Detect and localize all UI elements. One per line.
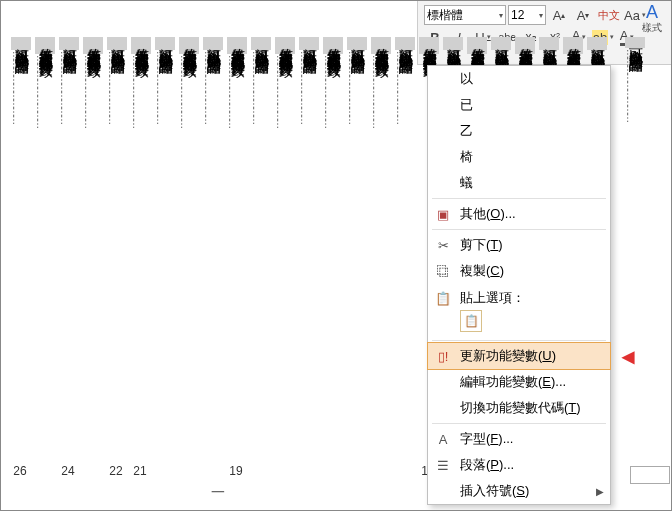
menu-cut[interactable]: ✂ 剪下(T) [428, 232, 610, 258]
copy-icon: ⿻ [434, 264, 452, 279]
page-number [179, 464, 197, 478]
ime-candidate[interactable]: 蟻 [428, 170, 610, 196]
text-box-placeholder[interactable] [630, 466, 670, 484]
text-column[interactable]: 佈景主題和樣式也有助於保持文件一致……………………… [35, 37, 53, 128]
scissors-icon: ✂ [434, 238, 452, 253]
text-column[interactable]: 視訊可以充分協助您證明論點……………………… [347, 37, 365, 128]
page-number: 19 [227, 464, 245, 478]
page-number [251, 464, 269, 478]
ime-candidate[interactable]: 已 [428, 92, 610, 118]
text-column[interactable]: 可以充分協助您證明論點……………………… [625, 37, 643, 128]
page-number [371, 464, 389, 478]
page-number: 22 [107, 464, 125, 478]
menu-separator [432, 229, 606, 230]
page-number [275, 464, 293, 478]
text-column[interactable]: 佈景主題和樣式也有助於保持文件一致……………………… [83, 37, 101, 128]
menu-separator [432, 340, 606, 341]
menu-separator [432, 423, 606, 424]
menu-update-field[interactable]: ▯! 更新功能變數(U) ◀ [427, 342, 611, 370]
ime-candidate[interactable]: 椅 [428, 144, 610, 170]
page-number [203, 464, 221, 478]
menu-toggle-field-codes[interactable]: 切換功能變數代碼(T) [428, 395, 610, 421]
red-arrow-annotation: ◀ [622, 347, 634, 366]
page-number [347, 464, 365, 478]
text-column[interactable]: 佈景主題和樣式也有助於保持文件一致……………………… [323, 37, 341, 128]
context-menu: 以 已 乙 椅 蟻 ▣ 其他(O)... ✂ 剪下(T) ⿻ 複製(C) 📋 貼… [427, 65, 611, 505]
menu-insert-symbol[interactable]: 插入符號(S) ▶ [428, 478, 610, 504]
menu-edit-field[interactable]: 編輯功能變數(E)... [428, 369, 610, 395]
text-column[interactable]: 佈景主題和樣式也有助於保持文件一致……………………… [275, 37, 293, 128]
page-number: 26 [11, 464, 29, 478]
text-column[interactable]: 視訊可以充分協助您證明論點……………………… [395, 37, 413, 128]
text-column[interactable]: 佈景主題和樣式也有助於保持文件一致……………………… [179, 37, 197, 128]
menu-separator [432, 198, 606, 199]
text-column[interactable]: 視訊可以充分協助您證明論點……………………… [251, 37, 269, 128]
page-number: 21 [131, 464, 149, 478]
text-column[interactable]: 佈景主題和樣式也有助於保持文件一致……………………… [131, 37, 149, 128]
page-number [155, 464, 173, 478]
text-column[interactable]: 視訊可以充分協助您證明論點……………………… [203, 37, 221, 128]
paragraph-icon: ☰ [434, 458, 452, 473]
clipboard-icon: 📋 [434, 291, 452, 306]
book-icon: ▣ [434, 207, 452, 222]
submenu-arrow-icon: ▶ [596, 486, 604, 497]
update-field-icon: ▯! [434, 349, 452, 364]
font-icon: A [434, 432, 452, 447]
menu-other[interactable]: ▣ 其他(O)... [428, 201, 610, 227]
text-column[interactable]: 視訊可以充分協助您證明論點……………………… [11, 37, 29, 128]
paste-options: 📋 [428, 308, 610, 338]
page-number [395, 464, 413, 478]
page-number [323, 464, 341, 478]
text-column[interactable]: 佈景主題和樣式也有助於保持文件一致……………………… [227, 37, 245, 128]
menu-paste-label: 📋 貼上選項： [428, 284, 610, 308]
menu-paragraph[interactable]: ☰ 段落(P)... [428, 452, 610, 478]
page-number [83, 464, 101, 478]
text-column[interactable]: 視訊可以充分協助您證明論點……………………… [59, 37, 77, 128]
text-column[interactable]: 視訊可以充分協助您證明論點……………………… [107, 37, 125, 128]
paste-keep-source-button[interactable]: 📋 [460, 310, 482, 332]
text-column[interactable]: 視訊可以充分協助您證明論點……………………… [299, 37, 317, 128]
ime-candidate[interactable]: 以 [428, 66, 610, 92]
text-column[interactable]: 佈景主題和樣式也有助於保持文件一致……………………… [371, 37, 389, 128]
menu-font[interactable]: A 字型(F)... [428, 426, 610, 452]
text-column[interactable]: 視訊可以充分協助您證明論點……………………… [155, 37, 173, 128]
page-number [35, 464, 53, 478]
ime-candidate[interactable]: 乙 [428, 118, 610, 144]
menu-copy[interactable]: ⿻ 複製(C) [428, 258, 610, 284]
page-number [299, 464, 317, 478]
page-indicator: 一 [211, 484, 225, 502]
page-number: 24 [59, 464, 77, 478]
